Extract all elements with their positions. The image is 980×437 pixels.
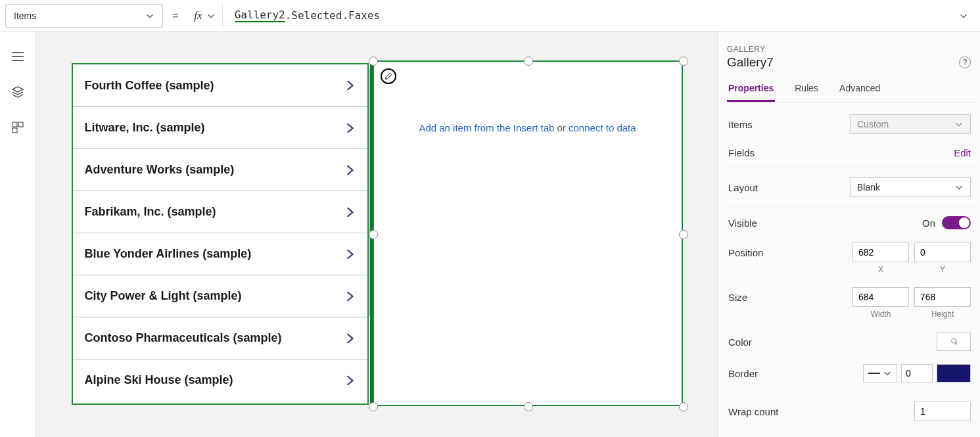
list-item[interactable]: Blue Yonder Airlines (sample): [73, 233, 367, 275]
list-item[interactable]: City Power & Light (sample): [73, 275, 367, 317]
resize-handle[interactable]: [679, 402, 688, 411]
formula-bar-row: Items = fx Gallery2.Selected.Faxes: [0, 0, 980, 32]
gallery-accounts[interactable]: Fourth Coffee (sample) Litware, Inc. (sa…: [72, 63, 369, 405]
prop-border: Border: [727, 355, 976, 392]
size-height-input[interactable]: [914, 287, 971, 307]
list-item-text: Fabrikam, Inc. (sample): [85, 205, 216, 219]
chevron-down-icon: [883, 369, 892, 378]
prop-label: Wrap count: [728, 406, 778, 417]
help-icon[interactable]: ?: [959, 57, 971, 68]
pencil-icon: [385, 72, 392, 80]
property-selector-value: Items: [14, 11, 36, 21]
properties-panel: GALLERY Gallery7 ? Properties Rules Adva…: [717, 32, 980, 437]
main-content: Fourth Coffee (sample) Litware, Inc. (sa…: [0, 32, 980, 437]
chevron-right-icon: [344, 206, 356, 218]
chevron-down-icon: [145, 11, 154, 20]
canvas-surface: Fourth Coffee (sample) Litware, Inc. (sa…: [72, 63, 682, 405]
gallery-selected[interactable]: Add an item from the Insert tab or conne…: [373, 60, 683, 406]
svg-rect-1: [18, 122, 23, 127]
svg-rect-2: [12, 128, 17, 133]
prop-size: Size: [727, 278, 976, 311]
prop-label: Size: [728, 292, 747, 303]
list-item[interactable]: Contoso Pharmaceuticals (sample): [73, 317, 367, 359]
chevron-right-icon: [344, 290, 356, 302]
equals-sign: =: [168, 10, 182, 22]
y-label: Y: [914, 265, 971, 274]
list-item-text: Adventure Works (sample): [85, 163, 235, 177]
prop-fields: Fields Edit: [727, 138, 976, 168]
tab-properties[interactable]: Properties: [727, 79, 775, 102]
placeholder-or: or: [554, 122, 569, 133]
list-item[interactable]: Fabrikam, Inc. (sample): [73, 191, 367, 233]
resize-handle[interactable]: [524, 57, 533, 66]
list-item[interactable]: Litware, Inc. (sample): [73, 106, 367, 149]
components-icon[interactable]: [11, 121, 24, 134]
color-swatch[interactable]: [937, 333, 971, 351]
list-item-text: Litware, Inc. (sample): [85, 121, 205, 135]
resize-handle[interactable]: [369, 57, 378, 66]
hamburger-icon[interactable]: [11, 50, 24, 63]
list-item-text: City Power & Light (sample): [85, 289, 242, 303]
x-label: X: [852, 265, 909, 274]
chevron-down-icon[interactable]: [959, 11, 968, 20]
canvas-area[interactable]: Fourth Coffee (sample) Litware, Inc. (sa…: [35, 32, 717, 437]
layout-dropdown-value: Blank: [857, 182, 880, 193]
fill-icon: [949, 337, 958, 346]
resize-handle[interactable]: [679, 57, 688, 66]
resize-handle[interactable]: [524, 402, 533, 411]
fields-edit-link[interactable]: Edit: [954, 147, 971, 158]
toggle-thumb: [959, 218, 969, 228]
prop-label: Color: [728, 336, 752, 348]
prop-label: Visible: [728, 218, 757, 229]
svg-rect-0: [12, 122, 17, 127]
tab-advanced[interactable]: Advanced: [838, 79, 881, 102]
border-width-input[interactable]: [901, 364, 933, 382]
height-label: Height: [914, 310, 971, 319]
chevron-down-icon: [206, 11, 216, 20]
formula-reference: Gallery2: [235, 9, 285, 22]
property-selector[interactable]: Items: [5, 4, 163, 28]
fx-button[interactable]: fx: [187, 4, 222, 28]
prop-label: Position: [728, 247, 763, 258]
size-sublabels: Width Height: [727, 310, 976, 319]
edit-pencil-button[interactable]: [381, 68, 396, 84]
resize-handle[interactable]: [679, 230, 688, 239]
prop-label: Border: [728, 368, 758, 379]
formula-input[interactable]: Gallery2.Selected.Faxes: [228, 4, 975, 28]
line-icon: [868, 373, 880, 374]
tab-rules[interactable]: Rules: [793, 79, 820, 102]
layers-icon[interactable]: [11, 85, 24, 99]
list-item[interactable]: Fourth Coffee (sample): [73, 64, 367, 106]
list-item[interactable]: Alpine Ski House (sample): [73, 359, 367, 401]
items-dropdown-value: Custom: [857, 119, 889, 129]
insert-link[interactable]: Add an item from the Insert tab: [419, 122, 554, 133]
position-x-input[interactable]: [852, 242, 909, 262]
chevron-right-icon: [344, 375, 356, 386]
visible-toggle[interactable]: [942, 216, 971, 229]
position-y-input[interactable]: [914, 242, 971, 262]
list-item[interactable]: Adventure Works (sample): [73, 149, 367, 191]
chevron-right-icon: [344, 248, 356, 260]
size-width-input[interactable]: [852, 287, 909, 307]
border-style-dropdown[interactable]: [863, 364, 897, 382]
list-item-text: Fourth Coffee (sample): [85, 79, 214, 93]
layout-dropdown[interactable]: Blank: [850, 177, 971, 197]
prop-color: Color: [727, 323, 976, 355]
prop-position: Position: [727, 233, 976, 266]
formula-rest: .Selected.Faxes: [285, 9, 381, 22]
resize-handle[interactable]: [369, 230, 378, 239]
prop-label: Fields: [728, 147, 755, 158]
list-item-text: Alpine Ski House (sample): [85, 373, 233, 387]
chevron-down-icon: [954, 183, 964, 192]
prop-visible: Visible On: [727, 207, 976, 233]
fx-icon: fx: [194, 9, 202, 22]
prop-label: Layout: [728, 182, 758, 193]
position-sublabels: X Y: [727, 265, 976, 274]
connect-data-link[interactable]: connect to data: [569, 122, 636, 133]
resize-handle[interactable]: [369, 402, 378, 411]
empty-placeholder: Add an item from the Insert tab or conne…: [374, 62, 682, 133]
items-dropdown[interactable]: Custom: [850, 114, 971, 134]
control-type-label: GALLERY: [727, 45, 976, 54]
wrap-count-input[interactable]: [914, 402, 971, 421]
border-color-swatch[interactable]: [937, 364, 971, 382]
